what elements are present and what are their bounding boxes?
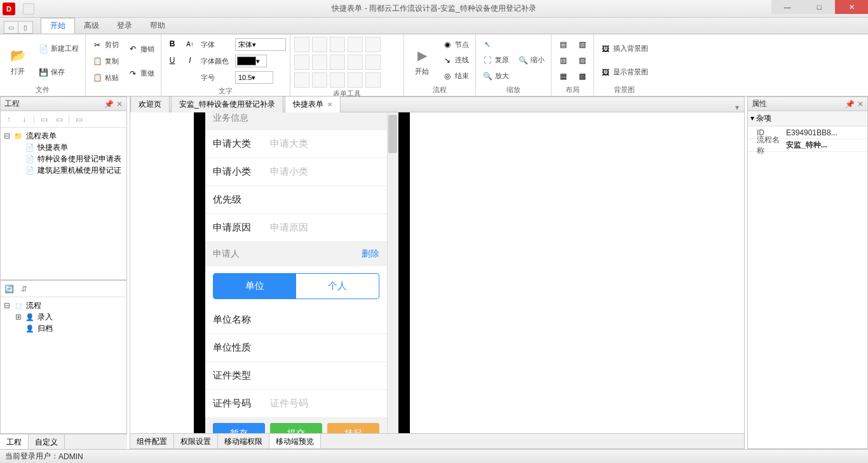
scrollbar[interactable] — [387, 112, 398, 433]
font-size-select[interactable]: 10.5 ▾ — [235, 71, 273, 84]
align-5[interactable]: ▨ — [574, 53, 590, 67]
align-6[interactable]: ▩ — [574, 69, 590, 83]
ribbon-tab-advanced[interactable]: 高级 — [75, 18, 108, 34]
btab-perm[interactable]: 权限设置 — [174, 434, 218, 448]
open-button[interactable]: 📂 打开 — [4, 37, 32, 84]
new-project-button[interactable]: 📄新建工程 — [36, 42, 81, 56]
bold-button[interactable]: B — [165, 37, 179, 51]
tool-7[interactable] — [312, 55, 327, 70]
form-row[interactable]: 证件类型 — [205, 362, 387, 390]
form-row[interactable]: 优先级 — [205, 186, 387, 214]
tool-1[interactable] — [294, 37, 309, 52]
design-canvas[interactable]: 业务信息 申请大类申请大类 申请小类申请小类 优先级 申请原因申请原因 申请人删… — [130, 112, 744, 433]
btn-save[interactable]: 暂存 — [213, 423, 265, 433]
flow-node-button[interactable]: ◉节点 — [440, 37, 471, 51]
tab-overflow[interactable]: ▾ — [730, 103, 744, 112]
font-grow-button[interactable]: A↑ — [183, 37, 197, 51]
tree-item[interactable]: 📄特种设备使用登记申请表 — [15, 153, 124, 164]
panel-close-icon[interactable]: ✕ — [116, 100, 123, 109]
font-select[interactable]: 宋体 ▾ — [235, 38, 286, 51]
close-button[interactable]: ✕ — [835, 0, 868, 14]
tool-14[interactable] — [348, 72, 363, 88]
tree-item[interactable]: 📄快捷表单 — [15, 142, 124, 153]
seg-person[interactable]: 个人 — [296, 274, 379, 299]
qat-btn[interactable] — [23, 3, 34, 15]
cut-button[interactable]: ✂剪切 — [90, 38, 121, 52]
font-color-select[interactable]: ▾ — [235, 55, 267, 67]
tool-16[interactable] — [384, 37, 400, 52]
align-3[interactable]: ▦ — [555, 69, 571, 83]
pin-icon[interactable]: 📌 — [845, 100, 855, 109]
prop-category[interactable]: ▾ 杂项 — [748, 111, 867, 126]
prop-row[interactable]: 流程名称安监_特种... — [748, 139, 867, 152]
tool-8[interactable] — [330, 55, 345, 70]
form-row[interactable]: 单位性质 — [205, 334, 387, 362]
undo-button[interactable]: ↶撤销 — [125, 42, 157, 56]
flow-item[interactable]: ⊞👤录入 — [15, 311, 124, 323]
tool-9[interactable] — [348, 55, 363, 70]
tree-root[interactable]: ⊟📁流程表单 — [3, 130, 124, 142]
ribbon-tab-help[interactable]: 帮助 — [141, 18, 174, 34]
flow-start-button[interactable]: ▶开始 — [408, 37, 436, 84]
tool-3[interactable] — [330, 37, 345, 52]
italic-button[interactable]: I — [183, 53, 197, 67]
tab-doc2[interactable]: 快捷表单✕ — [285, 96, 341, 112]
tool-b[interactable]: ▭ — [53, 114, 65, 125]
tool-2[interactable] — [312, 37, 327, 52]
tool-18[interactable] — [384, 72, 400, 88]
down-icon[interactable]: ↓ — [18, 114, 30, 125]
copy-button[interactable]: 📋复制 — [90, 54, 121, 68]
zoom-out-button[interactable]: 🔍缩小 — [515, 53, 547, 67]
tool-15[interactable] — [365, 72, 381, 88]
redo-button[interactable]: ↷重做 — [125, 67, 157, 81]
insert-bg-button[interactable]: 🖼插入背景图 — [598, 42, 651, 56]
layout-btn-2[interactable]: ▯ — [18, 22, 32, 33]
btab-component[interactable]: 组件配置 — [130, 434, 174, 448]
btab-mobile-preview[interactable]: 移动端预览 — [269, 434, 321, 448]
form-row[interactable]: 申请大类申请大类 — [205, 130, 387, 158]
maximize-button[interactable]: □ — [803, 0, 835, 14]
pin-icon[interactable]: 📌 — [104, 100, 114, 109]
layout-btn-1[interactable]: ▭ — [4, 22, 18, 33]
underline-button[interactable]: U — [165, 53, 179, 67]
pointer-button[interactable]: ↖ — [480, 37, 512, 51]
show-bg-button[interactable]: 🖼显示背景图 — [598, 65, 651, 79]
save-button[interactable]: 💾保存 — [36, 65, 81, 79]
btab-mobile-perm[interactable]: 移动端权限 — [218, 434, 269, 448]
form-row[interactable]: 证件号码证件号码 — [205, 390, 387, 418]
btn-submit[interactable]: 提交 — [270, 423, 322, 433]
ribbon-tab-start[interactable]: 开始 — [41, 18, 75, 34]
tool-c[interactable]: ▭ — [73, 114, 85, 125]
form-row[interactable]: 单位名称 — [205, 306, 387, 334]
flow-tool[interactable]: ⇵ — [18, 283, 30, 295]
ribbon-tab-login[interactable]: 登录 — [108, 18, 141, 34]
left-tab-project[interactable]: 工程 — [0, 434, 29, 449]
align-4[interactable]: ▧ — [574, 37, 590, 51]
tool-10[interactable] — [365, 55, 381, 70]
minimize-button[interactable]: — — [771, 0, 803, 14]
panel-close-icon[interactable]: ✕ — [857, 100, 864, 109]
up-icon[interactable]: ↑ — [3, 114, 15, 125]
left-tab-custom[interactable]: 自定义 — [29, 434, 65, 449]
tool-13[interactable] — [330, 72, 345, 88]
tab-doc1[interactable]: 安监_特种设备使用登记补录 — [171, 96, 283, 112]
tab-close-icon[interactable]: ✕ — [327, 101, 332, 108]
tree-item[interactable]: 📄建筑起重机械使用登记证 — [15, 164, 124, 176]
align-2[interactable]: ▥ — [555, 53, 571, 67]
flow-root[interactable]: ⊟⬚流程 — [3, 300, 124, 311]
tool-11[interactable] — [294, 72, 309, 88]
form-row[interactable]: 申请小类申请小类 — [205, 158, 387, 186]
flow-line-button[interactable]: ↘连线 — [440, 53, 471, 67]
refresh-icon[interactable]: 🔄 — [3, 283, 15, 295]
flow-item[interactable]: 👤归档 — [15, 323, 124, 334]
zoom-reset-button[interactable]: ⛶复原 — [480, 53, 512, 67]
delete-link[interactable]: 删除 — [362, 248, 379, 260]
tool-17[interactable] — [384, 55, 400, 70]
scroll-thumb[interactable] — [388, 115, 397, 153]
tool-6[interactable] — [294, 55, 309, 70]
btn-hold[interactable]: 挂起 — [327, 423, 379, 433]
tab-welcome[interactable]: 欢迎页 — [130, 96, 170, 112]
flow-end-button[interactable]: ◎结束 — [440, 69, 471, 83]
tool-5[interactable] — [365, 37, 381, 52]
tool-12[interactable] — [312, 72, 327, 88]
